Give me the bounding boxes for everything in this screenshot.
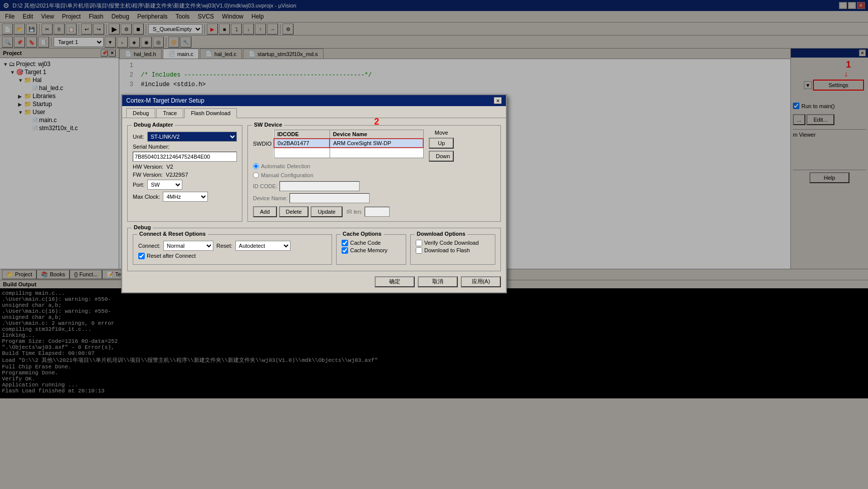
- cache-code-checkbox[interactable]: [342, 240, 348, 246]
- verify-code-label: Verify Code Download: [424, 240, 479, 246]
- cache-memory-checkbox[interactable]: [342, 247, 348, 254]
- manual-config-radio[interactable]: [253, 172, 259, 178]
- move-label: Move: [435, 130, 448, 136]
- download-flash-row: Download to Flash: [416, 247, 490, 254]
- cell-device: ARM CoreSight SW-DP: [330, 139, 423, 148]
- dialog-body: Debug Adapter Unit: ST-LINK/V2 Serial Nu…: [122, 118, 506, 292]
- dialog-top-section: Debug Adapter Unit: ST-LINK/V2 Serial Nu…: [127, 123, 501, 224]
- serial-label: Serial Number:: [133, 144, 169, 150]
- download-flash-label: Download to Flash: [424, 247, 470, 253]
- hw-version-row: HW Version: V2: [133, 164, 237, 170]
- fw-version-label: FW Version:: [133, 172, 163, 178]
- dialog-tab-bar: Debug Trace Flash Download: [122, 106, 506, 118]
- table-row[interactable]: 0x2BA01477 ARM CoreSight SW-DP: [274, 139, 423, 148]
- swdio-label: SWDIO: [253, 141, 271, 147]
- reset-after-connect-checkbox[interactable]: [138, 253, 145, 259]
- fw-version-row: FW Version: V2J29S7: [133, 172, 237, 178]
- clock-select[interactable]: 4MHz 2MHz 1MHz: [163, 192, 208, 202]
- download-flash-checkbox[interactable]: [416, 247, 422, 254]
- cache-options-group: Cache Options Cache Code Cache Memory: [336, 234, 406, 265]
- ir-len-input: [365, 207, 390, 217]
- col-idcode: IDCODE: [274, 130, 330, 139]
- fw-version-value: V2J29S7: [166, 172, 188, 178]
- debug-adapter-label: Debug Adapter: [132, 122, 175, 128]
- cache-memory-label: Cache Memory: [350, 247, 388, 253]
- auto-detection-row: Automatic Detection: [253, 163, 424, 169]
- id-code-row: ID CODE:: [253, 181, 424, 191]
- download-options-group: Download Options Verify Code Download Do…: [410, 234, 495, 265]
- device-name-row: Device Name:: [253, 193, 424, 203]
- connect-row: Connect: Normal Under Reset Pre-Reset Re…: [138, 241, 327, 251]
- update-button[interactable]: Update: [311, 206, 342, 217]
- dialog-close-button[interactable]: ✕: [494, 97, 502, 104]
- device-name-label: Device Name:: [253, 195, 287, 201]
- id-code-input: [279, 181, 360, 191]
- ir-len-label: IR len:: [347, 209, 363, 215]
- device-name-input: [290, 193, 370, 203]
- move-buttons: Move Up Down: [429, 130, 454, 162]
- download-options-label: Download Options: [415, 231, 467, 237]
- dialog-title-bar: Cortex-M Target Driver Setup ✕: [122, 95, 506, 106]
- dialog-title-text: Cortex-M Target Driver Setup: [126, 97, 204, 104]
- down-button[interactable]: Down: [429, 151, 454, 162]
- dialog-tab-debug[interactable]: Debug: [126, 108, 155, 118]
- detection-options: Automatic Detection Manual Configuration: [253, 162, 424, 179]
- sw-device-content: SWDIO IDCODE Device Name: [253, 130, 495, 217]
- cache-code-row: Cache Code: [342, 240, 401, 246]
- sw-device-main: SWDIO IDCODE Device Name: [253, 130, 424, 217]
- connect-select[interactable]: Normal Under Reset Pre-Reset: [163, 241, 213, 251]
- debug-section-group: Debug Connect & Reset Options Connect: N…: [127, 228, 501, 271]
- sw-device-table: IDCODE Device Name 0x2BA01477 ARM CoreSi…: [273, 130, 424, 158]
- reset-select[interactable]: Autodetect Software Hardware: [235, 241, 291, 251]
- dialog-tab-flash-download[interactable]: Flash Download: [184, 108, 237, 118]
- manual-config-row: Manual Configuration: [253, 172, 424, 178]
- port-label: Port:: [133, 182, 144, 188]
- delete-button[interactable]: Delete: [279, 206, 309, 217]
- hw-version-label: HW Version:: [133, 164, 163, 170]
- ok-button[interactable]: 确定: [375, 276, 415, 287]
- serial-row: Serial Number:: [133, 144, 237, 150]
- verify-code-checkbox[interactable]: [416, 240, 422, 246]
- annotation-2-num: 2: [374, 117, 379, 127]
- table-row-empty: [274, 148, 423, 158]
- auto-detection-label: Automatic Detection: [261, 163, 310, 169]
- reset-after-connect-row: Reset after Connect: [138, 253, 327, 259]
- connect-label: Connect:: [138, 243, 160, 249]
- verify-code-row: Verify Code Download: [416, 240, 490, 246]
- cache-memory-row: Cache Memory: [342, 247, 401, 254]
- clock-row: Max Clock: 4MHz 2MHz 1MHz: [133, 192, 237, 202]
- cache-options-label: Cache Options: [341, 231, 384, 237]
- connect-reset-group: Connect & Reset Options Connect: Normal …: [133, 234, 332, 265]
- col-device-name: Device Name: [330, 130, 423, 139]
- clock-label: Max Clock:: [133, 194, 160, 200]
- cancel-button[interactable]: 取消: [418, 276, 458, 287]
- port-select[interactable]: SW JTAG: [147, 180, 182, 190]
- id-code-label: ID CODE:: [253, 183, 277, 189]
- debug-section-content: Connect & Reset Options Connect: Normal …: [133, 232, 495, 267]
- serial-input-row: [133, 152, 237, 162]
- debug-adapter-group: Debug Adapter Unit: ST-LINK/V2 Serial Nu…: [127, 125, 242, 222]
- action-buttons-row: Add Delete Update IR len:: [253, 206, 424, 217]
- auto-detection-radio[interactable]: [253, 163, 259, 169]
- add-button[interactable]: Add: [253, 206, 277, 217]
- connect-reset-label: Connect & Reset Options: [137, 231, 208, 237]
- serial-input[interactable]: [133, 152, 237, 162]
- swdio-row: SWDIO IDCODE Device Name: [253, 130, 424, 158]
- manual-config-label: Manual Configuration: [261, 172, 314, 178]
- hw-version-value: V2: [166, 164, 173, 170]
- dialog-buttons: 确定 取消 应用(A): [127, 276, 501, 287]
- up-button[interactable]: Up: [429, 138, 454, 149]
- dialog-tab-trace[interactable]: Trace: [156, 108, 183, 118]
- cache-code-label: Cache Code: [350, 240, 381, 246]
- cortex-m-dialog: Cortex-M Target Driver Setup ✕ Debug Tra…: [121, 94, 507, 293]
- sw-device-group: SW Device 2 SWDIO IDCODE De: [247, 125, 501, 222]
- cell-idcode: 0x2BA01477: [274, 139, 330, 148]
- reset-label: Reset:: [216, 243, 232, 249]
- debug-section-label: Debug: [132, 224, 153, 230]
- sw-device-label: SW Device: [252, 122, 284, 128]
- apply-button[interactable]: 应用(A): [461, 276, 501, 287]
- unit-select[interactable]: ST-LINK/V2: [147, 132, 237, 142]
- unit-label: Unit:: [133, 134, 144, 140]
- port-row: Port: SW JTAG: [133, 180, 237, 190]
- reset-after-connect-label: Reset after Connect: [147, 253, 196, 259]
